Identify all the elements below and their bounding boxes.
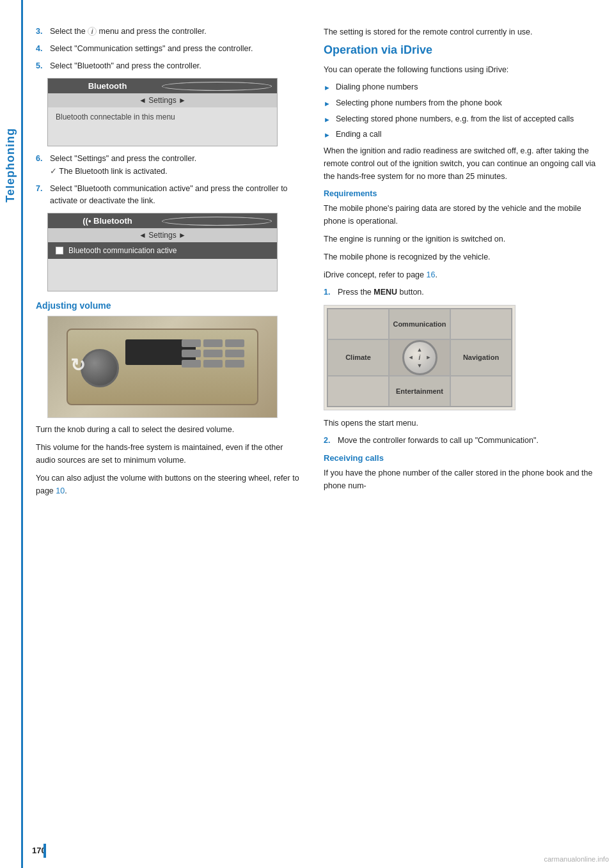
- bt-menu-1-title-text: Bluetooth: [53, 81, 162, 91]
- step-6: 6. Select "Settings" and press the contr…: [36, 153, 304, 178]
- volume-image: ↻: [47, 316, 278, 418]
- step-3: 3. Select the i menu and press the contr…: [36, 26, 304, 38]
- right-step-2: 2. Move the controller forwards to call …: [324, 435, 601, 447]
- bullet-arrow-1: ►: [324, 82, 331, 93]
- small-btn: [182, 339, 201, 347]
- bt-menu-1-nav: ◄ Settings ►: [48, 93, 277, 107]
- volume-para-3: You can also adjust the volume with butt…: [36, 472, 304, 497]
- step-5: 5. Select "Bluetooth" and press the cont…: [36, 60, 304, 72]
- bullet-arrow-4: ►: [324, 130, 331, 141]
- volume-para-2: This volume for the hands-free system is…: [36, 441, 304, 467]
- bullet-text-2: Selecting phone numbers from the phone b…: [336, 97, 502, 109]
- center-i: i: [419, 354, 421, 361]
- bluetooth-menu-1: Bluetooth i ◄ Settings ► Bluetooth conne…: [47, 78, 278, 146]
- right-step-1: 1. Press the MENU button.: [324, 286, 601, 298]
- page-16-link[interactable]: 16: [427, 270, 436, 279]
- receiving-calls-text: If you have the phone number of the call…: [324, 467, 601, 492]
- info-icon: i: [88, 27, 97, 36]
- operation-intro: You can operate the following functions …: [324, 63, 601, 76]
- small-btn-3: [225, 339, 244, 347]
- right-column: The setting is stored for the remote con…: [317, 26, 614, 842]
- idrive-climate-label: Climate: [345, 353, 371, 361]
- step-4-text: Select "Communication settings" and pres…: [50, 43, 304, 55]
- btn-row-3: [182, 360, 244, 368]
- bullet-item-4: ► Ending a call: [324, 128, 601, 141]
- btn-row-1: [182, 339, 244, 347]
- page-10-link[interactable]: 10: [56, 486, 65, 495]
- receiving-calls-heading: Receiving calls: [324, 453, 601, 463]
- small-btn-8: [203, 360, 223, 368]
- idrive-cell-empty-1: [327, 309, 389, 339]
- bt-menu-2-info-icon: i: [162, 217, 272, 226]
- bt-checkbox: [56, 247, 63, 254]
- step-5-text: Select "Bluetooth" and press the control…: [50, 60, 304, 72]
- down-arrow: ▼: [417, 362, 423, 369]
- checkmark-icon: ✓: [50, 165, 57, 178]
- idrive-cell-empty-3: [327, 376, 389, 407]
- idrive-communication-label: Communication: [393, 320, 446, 328]
- right-arrow: ►: [425, 354, 431, 361]
- small-btn-6: [225, 350, 244, 357]
- bt-menu-1-title: Bluetooth i: [48, 79, 277, 93]
- buttons-area: [182, 339, 244, 368]
- idrive-cell-entertainment: Entertainment: [389, 376, 450, 407]
- step-6-text: Select "Settings" and press the controll…: [50, 153, 304, 178]
- small-btn-4: [182, 350, 201, 357]
- page-container: Telephoning 3. Select the i menu and pre…: [0, 0, 614, 868]
- bullet-arrow-3: ►: [324, 114, 331, 125]
- bt-menu-2-title: ((• Bluetooth i: [48, 213, 277, 228]
- operation-title: Operation via iDrive: [324, 43, 601, 57]
- step-6-num: 6.: [36, 153, 47, 178]
- console-illustration: ↻: [48, 316, 277, 417]
- small-btn-7: [182, 360, 201, 368]
- right-step-2-text: Move the controller forwards to call up …: [338, 435, 601, 447]
- bullet-item-3: ► Selecting stored phone numbers, e.g. f…: [324, 113, 601, 125]
- idrive-entertainment-label: Entertainment: [396, 387, 443, 395]
- req-4: iDrive concept, refer to page 16.: [324, 268, 601, 281]
- adjusting-volume-heading: Adjusting volume: [36, 300, 304, 311]
- idrive-cell-center: ▲ ◄ i ► ▼: [389, 339, 450, 376]
- step-4-num: 4.: [36, 43, 47, 55]
- bluetooth-menu-2: ((• Bluetooth i ◄ Settings ► Bluetooth c…: [47, 213, 278, 291]
- step-7-text: Select "Bluetooth communication active" …: [50, 183, 304, 207]
- page-bar: [43, 844, 46, 858]
- sidebar: Telephoning: [0, 0, 23, 868]
- req-2: The engine is running or the ignition is…: [324, 233, 601, 245]
- idrive-center-circle: ▲ ◄ i ► ▼: [402, 340, 437, 375]
- idrive-cell-climate: Climate: [327, 339, 389, 376]
- small-btn-9: [225, 360, 244, 368]
- idrive-grid: Communication Climate ▲ ◄: [327, 308, 512, 407]
- step-5-num: 5.: [36, 60, 47, 72]
- watermark: carmanualonline.info: [544, 855, 609, 863]
- step-6-main-text: Select "Settings" and press the controll…: [50, 154, 196, 163]
- idrive-cell-empty-2: [450, 309, 512, 339]
- step-6-sub-icon: ✓ The Bluetooth link is activated.: [50, 167, 168, 176]
- step-3-text: Select the i menu and press the controll…: [50, 26, 304, 38]
- bt-menu-2-active: Bluetooth communication active: [48, 242, 277, 259]
- idrive-cell-communication: Communication: [389, 309, 450, 339]
- step-3-num: 3.: [36, 26, 47, 38]
- idrive-cell-navigation: Navigation: [450, 339, 512, 376]
- bullet-text-4: Ending a call: [336, 128, 382, 141]
- small-btn-5: [203, 350, 223, 357]
- chapter-title: Telephoning: [4, 128, 17, 203]
- right-step-1-num: 1.: [324, 286, 335, 298]
- right-step-1-text: Press the MENU button.: [338, 286, 601, 298]
- bullet-item-2: ► Selecting phone numbers from the phone…: [324, 97, 601, 109]
- bullet-arrow-2: ►: [324, 98, 331, 109]
- lr-arrows: ◄ i ►: [408, 354, 432, 361]
- left-arrow: ◄: [408, 354, 414, 361]
- volume-para-1: Turn the knob during a call to select th…: [36, 423, 304, 436]
- volume-knob: [81, 349, 119, 387]
- console-panel: [67, 329, 258, 405]
- step-7-num: 7.: [36, 183, 47, 207]
- bt-info-icon: i: [162, 82, 272, 91]
- bullet-item-1: ► Dialing phone numbers: [324, 81, 601, 93]
- after-menu-text: This opens the start menu.: [324, 417, 601, 430]
- step-7: 7. Select "Bluetooth communication activ…: [36, 183, 304, 207]
- arrow-indicator: ↻: [70, 355, 85, 376]
- bt-menu-2-nav: ◄ Settings ►: [48, 228, 277, 242]
- menu-bold: MENU: [374, 288, 397, 297]
- left-column: 3. Select the i menu and press the contr…: [23, 26, 317, 842]
- step-4: 4. Select "Communication settings" and p…: [36, 43, 304, 55]
